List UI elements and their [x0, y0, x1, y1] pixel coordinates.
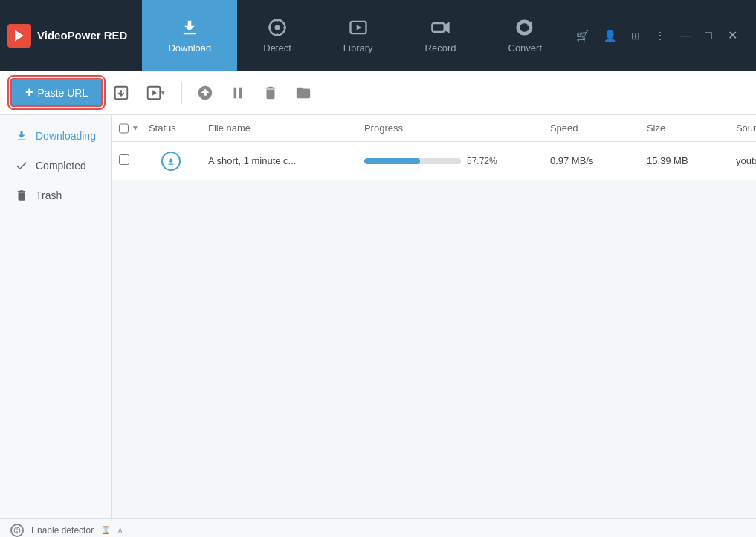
- tab-record[interactable]: Record: [399, 0, 482, 71]
- progress-bar-bg: [364, 158, 461, 164]
- row-status-cell: [141, 152, 201, 171]
- sidebar-item-completed[interactable]: Completed: [0, 151, 111, 180]
- grid-icon[interactable]: ⊞: [627, 27, 644, 45]
- app-logo: VideoPower RED: [7, 24, 127, 48]
- download-status-icon: [161, 152, 181, 171]
- dropdown-arrow-icon: ▼: [159, 88, 167, 97]
- svg-point-2: [275, 25, 280, 30]
- app-name: VideoPower RED: [37, 29, 127, 42]
- more-icon[interactable]: ⋮: [650, 27, 670, 45]
- app-logo-icon: [7, 24, 31, 48]
- row-size-cell: 15.39 MB: [639, 155, 728, 166]
- cart-icon[interactable]: 🛒: [572, 27, 593, 45]
- select-all-checkbox[interactable]: [119, 123, 129, 134]
- table-row[interactable]: A short, 1 minute c... 57.72% 0.97 MB/s …: [112, 142, 756, 180]
- chevron-up-icon[interactable]: ⌛: [101, 526, 110, 534]
- toolbar-separator: [181, 82, 182, 104]
- row-checkbox[interactable]: [119, 154, 129, 165]
- svg-rect-15: [239, 87, 242, 98]
- delete-button[interactable]: [256, 81, 285, 105]
- svg-marker-10: [444, 22, 449, 33]
- table-header: ▼ Status File name Progress Speed Size S…: [112, 115, 756, 142]
- plus-icon: +: [25, 85, 33, 100]
- bottom-bar: Enable detector ⌛ ∧: [0, 518, 756, 537]
- row-speed-cell: 0.97 MB/s: [543, 155, 639, 166]
- enable-detector-label[interactable]: Enable detector: [31, 525, 94, 536]
- table-body: A short, 1 minute c... 57.72% 0.97 MB/s …: [112, 142, 756, 518]
- expand-icon[interactable]: ∧: [117, 526, 123, 534]
- svg-rect-14: [234, 87, 237, 98]
- sidebar: Downloading Completed Trash: [0, 115, 112, 518]
- paste-url-button[interactable]: + Paste URL: [10, 78, 103, 107]
- title-bar: VideoPower RED Download Detect Library R…: [0, 0, 756, 71]
- th-dropdown-arrow[interactable]: ▼: [132, 124, 139, 132]
- th-checkbox: ▼: [112, 123, 141, 134]
- video-options-button[interactable]: ▼: [140, 81, 172, 105]
- resume-all-button[interactable]: [191, 81, 219, 105]
- open-folder-button[interactable]: [289, 81, 317, 105]
- th-status: Status: [141, 123, 201, 134]
- th-progress: Progress: [357, 123, 543, 134]
- svg-marker-8: [356, 25, 361, 30]
- maximize-button[interactable]: □: [700, 27, 717, 45]
- sidebar-item-trash[interactable]: Trash: [0, 180, 111, 210]
- th-source: Source: [728, 123, 756, 134]
- title-bar-controls: 🛒 👤 ⊞ ⋮ — □ ✕: [572, 27, 749, 45]
- main-layout: Downloading Completed Trash ▼ Status Fil…: [0, 115, 756, 518]
- pause-all-button[interactable]: [224, 81, 252, 105]
- content-area: ▼ Status File name Progress Speed Size S…: [112, 115, 756, 518]
- download-to-folder-button[interactable]: [107, 81, 135, 105]
- th-speed: Speed: [543, 123, 639, 134]
- progress-pct: 57.72%: [467, 156, 497, 166]
- row-filename-cell: A short, 1 minute c...: [201, 155, 357, 166]
- progress-bar-container: 57.72%: [364, 156, 535, 166]
- nav-tabs: Download Detect Library Record Convert: [142, 0, 572, 71]
- tab-download[interactable]: Download: [142, 0, 237, 71]
- row-checkbox-cell: [112, 154, 141, 167]
- th-filename: File name: [201, 123, 357, 134]
- svg-rect-9: [432, 23, 444, 32]
- sidebar-item-downloading[interactable]: Downloading: [0, 121, 111, 151]
- user-icon[interactable]: 👤: [599, 27, 621, 45]
- svg-marker-13: [152, 90, 157, 95]
- svg-point-18: [17, 531, 18, 532]
- row-progress-cell: 57.72%: [357, 156, 543, 166]
- tab-convert[interactable]: Convert: [482, 0, 569, 71]
- svg-marker-0: [15, 30, 24, 41]
- tab-detect[interactable]: Detect: [237, 0, 317, 71]
- detector-icon: [10, 524, 24, 537]
- minimize-button[interactable]: —: [676, 27, 694, 45]
- close-button[interactable]: ✕: [723, 27, 741, 45]
- toolbar: + Paste URL ▼: [0, 71, 756, 115]
- tab-library[interactable]: Library: [317, 0, 399, 71]
- progress-bar-fill: [364, 158, 420, 164]
- th-size: Size: [639, 123, 728, 134]
- row-source-cell: youtube....: [728, 155, 756, 166]
